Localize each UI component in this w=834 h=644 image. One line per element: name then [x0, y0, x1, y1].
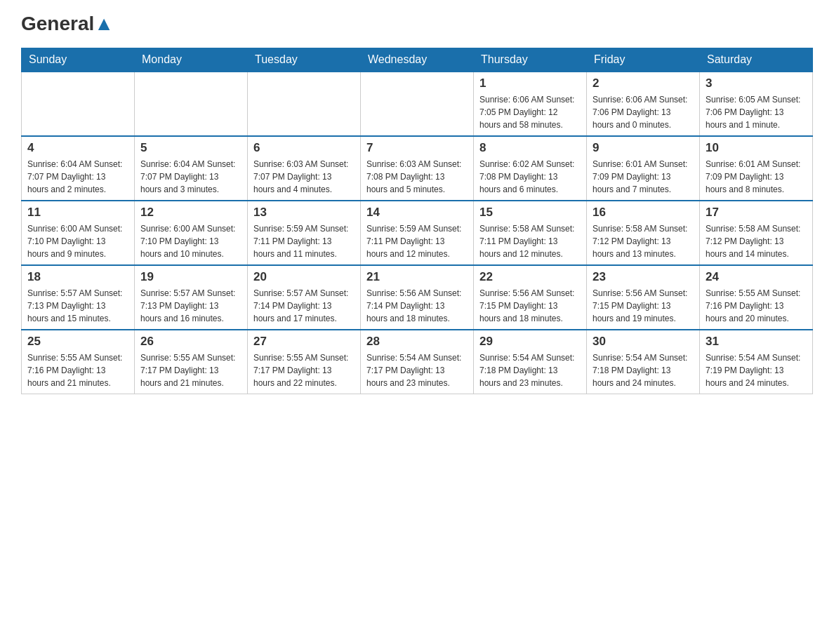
day-info: Sunrise: 6:05 AM Sunset: 7:06 PM Dayligh… [706, 93, 807, 131]
calendar-cell: 2Sunrise: 6:06 AM Sunset: 7:06 PM Daylig… [587, 72, 700, 137]
day-number: 19 [140, 270, 241, 284]
day-info: Sunrise: 5:54 AM Sunset: 7:18 PM Dayligh… [479, 351, 581, 389]
calendar-cell: 27Sunrise: 5:55 AM Sunset: 7:17 PM Dayli… [248, 330, 361, 394]
day-number: 3 [706, 76, 807, 90]
weekday-header-monday: Monday [135, 48, 248, 72]
calendar-cell: 11Sunrise: 6:00 AM Sunset: 7:10 PM Dayli… [22, 201, 135, 265]
day-number: 17 [706, 206, 807, 220]
day-number: 23 [593, 270, 694, 284]
calendar-cell: 1Sunrise: 6:06 AM Sunset: 7:05 PM Daylig… [474, 72, 587, 137]
calendar-cell: 8Sunrise: 6:02 AM Sunset: 7:08 PM Daylig… [474, 136, 587, 201]
day-info: Sunrise: 6:06 AM Sunset: 7:05 PM Dayligh… [479, 93, 581, 131]
day-info: Sunrise: 5:57 AM Sunset: 7:13 PM Dayligh… [27, 287, 128, 325]
day-number: 10 [706, 141, 807, 155]
day-info: Sunrise: 6:06 AM Sunset: 7:06 PM Dayligh… [593, 93, 694, 131]
day-info: Sunrise: 5:55 AM Sunset: 7:17 PM Dayligh… [253, 351, 355, 389]
calendar-cell: 26Sunrise: 5:55 AM Sunset: 7:17 PM Dayli… [135, 330, 248, 394]
calendar-week-row: 25Sunrise: 5:55 AM Sunset: 7:16 PM Dayli… [22, 330, 813, 394]
calendar-cell: 21Sunrise: 5:56 AM Sunset: 7:14 PM Dayli… [361, 265, 474, 330]
day-info: Sunrise: 5:54 AM Sunset: 7:17 PM Dayligh… [366, 351, 468, 389]
day-number: 22 [479, 270, 581, 284]
day-number: 16 [593, 206, 694, 220]
day-info: Sunrise: 6:03 AM Sunset: 7:07 PM Dayligh… [253, 158, 355, 196]
day-number: 2 [593, 76, 694, 90]
weekday-header-saturday: Saturday [700, 48, 813, 72]
calendar-cell: 14Sunrise: 5:59 AM Sunset: 7:11 PM Dayli… [361, 201, 474, 265]
day-number: 4 [27, 141, 128, 155]
calendar-cell: 16Sunrise: 5:58 AM Sunset: 7:12 PM Dayli… [587, 201, 700, 265]
weekday-header-wednesday: Wednesday [361, 48, 474, 72]
day-info: Sunrise: 5:56 AM Sunset: 7:15 PM Dayligh… [593, 287, 694, 325]
calendar-cell: 31Sunrise: 5:54 AM Sunset: 7:19 PM Dayli… [700, 330, 813, 394]
calendar-cell: 6Sunrise: 6:03 AM Sunset: 7:07 PM Daylig… [248, 136, 361, 201]
calendar-cell: 12Sunrise: 6:00 AM Sunset: 7:10 PM Dayli… [135, 201, 248, 265]
day-info: Sunrise: 5:55 AM Sunset: 7:16 PM Dayligh… [27, 351, 128, 389]
calendar-week-row: 11Sunrise: 6:00 AM Sunset: 7:10 PM Dayli… [22, 201, 813, 265]
day-info: Sunrise: 6:00 AM Sunset: 7:10 PM Dayligh… [140, 222, 241, 260]
day-number: 12 [140, 206, 241, 220]
calendar-cell: 30Sunrise: 5:54 AM Sunset: 7:18 PM Dayli… [587, 330, 700, 394]
day-info: Sunrise: 5:55 AM Sunset: 7:16 PM Dayligh… [706, 287, 807, 325]
calendar-week-row: 1Sunrise: 6:06 AM Sunset: 7:05 PM Daylig… [22, 72, 813, 137]
calendar-cell: 9Sunrise: 6:01 AM Sunset: 7:09 PM Daylig… [587, 136, 700, 201]
day-number: 31 [706, 335, 807, 349]
day-number: 24 [706, 270, 807, 284]
calendar-cell: 20Sunrise: 5:57 AM Sunset: 7:14 PM Dayli… [248, 265, 361, 330]
day-number: 27 [253, 335, 355, 349]
day-number: 18 [27, 270, 128, 284]
day-info: Sunrise: 5:57 AM Sunset: 7:14 PM Dayligh… [253, 287, 355, 325]
calendar-cell: 24Sunrise: 5:55 AM Sunset: 7:16 PM Dayli… [700, 265, 813, 330]
day-number: 1 [479, 76, 581, 90]
day-number: 14 [366, 206, 468, 220]
day-number: 5 [140, 141, 241, 155]
calendar-cell: 22Sunrise: 5:56 AM Sunset: 7:15 PM Dayli… [474, 265, 587, 330]
day-number: 20 [253, 270, 355, 284]
day-number: 25 [27, 335, 128, 349]
day-number: 30 [593, 335, 694, 349]
day-number: 29 [479, 335, 581, 349]
calendar-cell: 23Sunrise: 5:56 AM Sunset: 7:15 PM Dayli… [587, 265, 700, 330]
day-info: Sunrise: 5:58 AM Sunset: 7:12 PM Dayligh… [706, 222, 807, 260]
day-number: 6 [253, 141, 355, 155]
day-info: Sunrise: 5:58 AM Sunset: 7:11 PM Dayligh… [479, 222, 581, 260]
day-info: Sunrise: 6:04 AM Sunset: 7:07 PM Dayligh… [27, 158, 128, 196]
calendar-cell: 19Sunrise: 5:57 AM Sunset: 7:13 PM Dayli… [135, 265, 248, 330]
day-info: Sunrise: 5:58 AM Sunset: 7:12 PM Dayligh… [593, 222, 694, 260]
day-info: Sunrise: 5:57 AM Sunset: 7:13 PM Dayligh… [140, 287, 241, 325]
calendar-cell: 18Sunrise: 5:57 AM Sunset: 7:13 PM Dayli… [22, 265, 135, 330]
day-info: Sunrise: 6:01 AM Sunset: 7:09 PM Dayligh… [593, 158, 694, 196]
day-number: 28 [366, 335, 468, 349]
day-info: Sunrise: 6:04 AM Sunset: 7:07 PM Dayligh… [140, 158, 241, 196]
calendar-week-row: 4Sunrise: 6:04 AM Sunset: 7:07 PM Daylig… [22, 136, 813, 201]
calendar-cell: 25Sunrise: 5:55 AM Sunset: 7:16 PM Dayli… [22, 330, 135, 394]
calendar-cell: 15Sunrise: 5:58 AM Sunset: 7:11 PM Dayli… [474, 201, 587, 265]
calendar-cell: 3Sunrise: 6:05 AM Sunset: 7:06 PM Daylig… [700, 72, 813, 137]
day-info: Sunrise: 6:01 AM Sunset: 7:09 PM Dayligh… [706, 158, 807, 196]
day-info: Sunrise: 5:56 AM Sunset: 7:15 PM Dayligh… [479, 287, 581, 325]
day-number: 26 [140, 335, 241, 349]
calendar-cell [361, 72, 474, 137]
calendar-cell: 5Sunrise: 6:04 AM Sunset: 7:07 PM Daylig… [135, 136, 248, 201]
calendar-cell: 10Sunrise: 6:01 AM Sunset: 7:09 PM Dayli… [700, 136, 813, 201]
day-info: Sunrise: 6:03 AM Sunset: 7:08 PM Dayligh… [366, 158, 468, 196]
calendar-cell [22, 72, 135, 137]
logo-general-text: General▲ [21, 14, 114, 34]
day-number: 13 [253, 206, 355, 220]
calendar-cell [248, 72, 361, 137]
day-number: 15 [479, 206, 581, 220]
weekday-header-friday: Friday [587, 48, 700, 72]
calendar-cell: 28Sunrise: 5:54 AM Sunset: 7:17 PM Dayli… [361, 330, 474, 394]
weekday-header-sunday: Sunday [22, 48, 135, 72]
day-info: Sunrise: 5:54 AM Sunset: 7:18 PM Dayligh… [593, 351, 694, 389]
calendar-header-row: SundayMondayTuesdayWednesdayThursdayFrid… [22, 48, 813, 72]
day-info: Sunrise: 5:55 AM Sunset: 7:17 PM Dayligh… [140, 351, 241, 389]
day-info: Sunrise: 5:56 AM Sunset: 7:14 PM Dayligh… [366, 287, 468, 325]
day-number: 7 [366, 141, 468, 155]
logo-arrow-icon: ▲ [94, 13, 114, 34]
day-info: Sunrise: 5:59 AM Sunset: 7:11 PM Dayligh… [253, 222, 355, 260]
day-info: Sunrise: 6:02 AM Sunset: 7:08 PM Dayligh… [479, 158, 581, 196]
weekday-header-thursday: Thursday [474, 48, 587, 72]
calendar-cell: 7Sunrise: 6:03 AM Sunset: 7:08 PM Daylig… [361, 136, 474, 201]
logo: General▲ [21, 14, 114, 35]
calendar-table: SundayMondayTuesdayWednesdayThursdayFrid… [21, 48, 813, 394]
